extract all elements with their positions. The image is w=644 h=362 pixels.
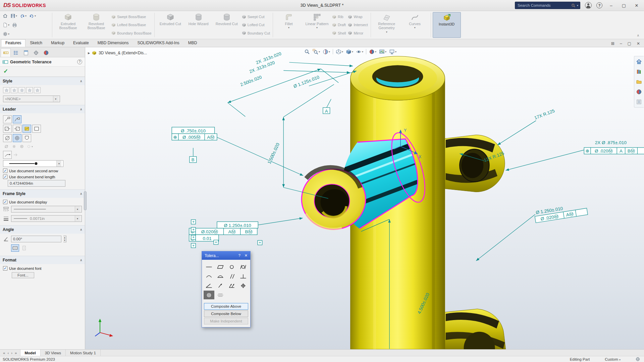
new-document-button[interactable]: ▾ <box>2 22 10 28</box>
command-search[interactable]: ▾ <box>515 2 580 9</box>
part-lower-lug[interactable] <box>445 309 505 349</box>
leader-left-button[interactable] <box>3 125 12 133</box>
shell-button[interactable]: Shell <box>332 31 346 35</box>
parallelism-icon[interactable] <box>226 272 237 281</box>
angle-input[interactable] <box>11 236 61 242</box>
extruded-boss-button[interactable]: Extruded Boss/Base <box>54 12 82 38</box>
file-explorer-button[interactable] <box>635 78 643 85</box>
apply-scene-button[interactable]: ▾ <box>378 48 387 55</box>
lofted-boss-button[interactable]: Lofted Boss/Base <box>111 23 152 27</box>
options-button[interactable]: ▾ <box>2 31 10 37</box>
delete-favorite-button[interactable] <box>18 87 25 93</box>
angularity-icon[interactable] <box>204 281 214 290</box>
custom-properties-button[interactable] <box>635 98 643 106</box>
revolved-boss-button[interactable]: Revolved Boss/Base <box>82 12 110 38</box>
feature-control-frame-1250[interactable]: Ø 1.250±.010 ⊕ Ø.020Ⓜ AⓂ BⓂ ◎ 0.01 <box>189 222 258 241</box>
instant3d-button[interactable]: Instant3D <box>433 12 461 38</box>
concentricity-icon[interactable] <box>204 291 214 299</box>
panel-splitter-handle[interactable] <box>84 191 87 210</box>
fillet-button[interactable]: Fillet▾ <box>275 12 303 38</box>
arrow-style-dropdown[interactable]: ▾ <box>3 160 63 167</box>
load-favorite-button[interactable] <box>34 87 41 93</box>
make-independent-button[interactable]: Make Independent <box>204 318 248 324</box>
checkbox-document-font[interactable]: ✓ <box>3 266 7 270</box>
straightness-icon[interactable] <box>204 262 214 271</box>
ribbon-collapse-button[interactable]: ∧ <box>634 33 643 39</box>
first-tab-button[interactable]: « <box>3 351 5 355</box>
pm-help-icon[interactable]: ? <box>77 59 82 64</box>
doc-restore-button[interactable]: ▢ <box>628 41 631 46</box>
tab-dimxpert[interactable] <box>31 48 41 57</box>
dialog-help-button[interactable]: ? <box>238 253 240 258</box>
design-library-button[interactable] <box>635 68 643 75</box>
revolved-cut-button[interactable]: Revolved Cut <box>213 12 241 38</box>
circularity-icon[interactable] <box>226 262 237 271</box>
tab-markup[interactable]: Markup <box>47 39 69 47</box>
chevron-down-icon[interactable]: ▾ <box>75 216 80 222</box>
ok-button[interactable]: ✓ <box>3 68 8 74</box>
frame-style-section-header[interactable]: Frame Style∧ <box>0 189 85 198</box>
tab-3d-views[interactable]: 3D Views <box>41 350 66 356</box>
chevron-down-icon[interactable]: ▾ <box>56 161 61 167</box>
swept-boss-button[interactable]: Swept Boss/Base <box>111 15 152 19</box>
tab-propertymanager[interactable] <box>1 48 11 57</box>
tab-model[interactable]: Model <box>20 350 41 356</box>
leader-nearest-button[interactable] <box>22 125 31 133</box>
tolerance-dialog-titlebar[interactable]: Tolera... ? ✕ <box>202 251 250 260</box>
angle-horizontal-button[interactable] <box>11 244 19 252</box>
edit-appearance-button[interactable]: ▾ <box>368 48 377 55</box>
second-leader-toggle[interactable] <box>13 152 19 158</box>
help-icon[interactable]: ? <box>596 2 602 8</box>
leader-plain-button[interactable] <box>32 125 41 133</box>
arrow-style-3-icon[interactable] <box>18 143 25 149</box>
curves-button[interactable]: Curves▾ <box>401 12 429 38</box>
symmetry-icon[interactable] <box>215 291 226 299</box>
arrow-style-2-icon[interactable] <box>11 143 17 149</box>
display-style-button[interactable]: ▾ <box>345 48 354 55</box>
style-section-header[interactable]: Style∧ <box>0 77 85 85</box>
save-favorite-button[interactable] <box>26 87 33 93</box>
breadcrumb[interactable]: ▶ 3D Views_& (Extend<Dis... <box>88 51 147 55</box>
undo-button[interactable]: ▾ <box>19 13 27 19</box>
globe-icon[interactable] <box>636 357 640 361</box>
zoom-fit-button[interactable] <box>303 48 311 55</box>
breadcrumb-expand-icon[interactable]: ▶ <box>88 52 90 55</box>
profile-line-icon[interactable] <box>204 272 214 281</box>
units-selector[interactable]: Custom ▾ <box>605 357 621 361</box>
profile-surface-icon[interactable] <box>215 272 226 281</box>
checkbox-second-arrow[interactable]: ✓ <box>3 169 7 173</box>
rib-button[interactable]: Rib <box>332 15 346 19</box>
extruded-cut-button[interactable]: Extruded Cut <box>156 12 184 38</box>
tab-configurations[interactable] <box>21 48 31 57</box>
tab-mbd[interactable]: MBD <box>184 39 202 47</box>
drag-handle[interactable]: + <box>191 227 196 232</box>
doc-pane-button[interactable]: ⊞ <box>611 41 614 46</box>
save-button[interactable]: ▾ <box>10 13 18 19</box>
redo-button[interactable]: ▾ <box>29 13 37 19</box>
straight-leader-button[interactable] <box>3 134 12 142</box>
dimension-1500[interactable]: 1.500±.020 <box>267 142 280 165</box>
tab-evaluate[interactable]: Evaluate <box>69 39 93 47</box>
drag-handle[interactable]: + <box>191 243 196 248</box>
format-section-header[interactable]: Format∧ <box>0 256 85 264</box>
swept-cut-button[interactable]: Swept Cut <box>242 15 270 19</box>
flatness-icon[interactable] <box>215 262 226 271</box>
wrap-button[interactable]: Wrap <box>348 15 368 19</box>
mirror-button[interactable]: Mirror <box>348 31 368 35</box>
datum-a[interactable]: A <box>323 108 330 114</box>
lofted-cut-button[interactable]: Lofted Cut <box>242 23 270 27</box>
tab-addins[interactable]: SOLIDWORKS Add-Ins <box>133 39 183 47</box>
tab-mbd-dimensions[interactable]: MBD Dimensions <box>93 39 133 47</box>
no-leader-button[interactable] <box>3 115 12 123</box>
dialog-close-button[interactable]: ✕ <box>245 253 248 258</box>
doc-minimize-button[interactable]: – <box>620 41 622 46</box>
tab-motion-study[interactable]: Motion Study 1 <box>66 350 101 356</box>
composite-above-button[interactable]: Composite Above <box>204 303 248 310</box>
cylindricity-icon[interactable] <box>238 262 249 271</box>
arrow-style-1-icon[interactable] <box>3 143 10 149</box>
perpendicularity-icon[interactable] <box>238 272 249 281</box>
draft-button[interactable]: Draft <box>332 23 346 27</box>
graphics-area[interactable]: Y X <box>85 47 644 349</box>
home-button[interactable] <box>2 13 8 19</box>
add-favorite-button[interactable] <box>3 87 10 93</box>
